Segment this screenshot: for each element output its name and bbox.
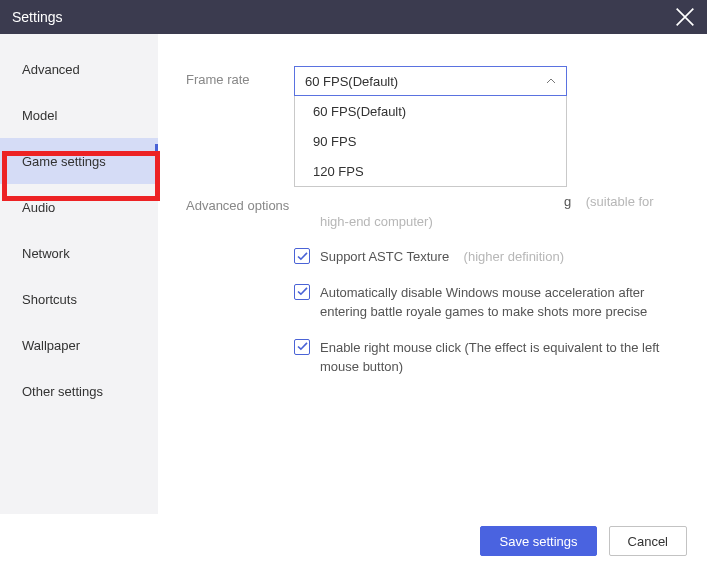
advanced-option-mouse-accel: Automatically disable Windows mouse acce… (294, 283, 679, 322)
sidebar-item-network[interactable]: Network (0, 230, 158, 276)
advanced-option-astc: Support ASTC Texture (higher definition) (294, 247, 679, 267)
sidebar-item-label: Model (22, 108, 57, 123)
checkbox-astc[interactable] (294, 248, 310, 264)
sidebar-item-shortcuts[interactable]: Shortcuts (0, 276, 158, 322)
option-text: Enable right mouse click (The effect is … (320, 340, 659, 375)
frame-rate-dropdown-list: 60 FPS(Default) 90 FPS 120 FPS (294, 96, 567, 187)
frame-rate-option-120[interactable]: 120 FPS (295, 156, 566, 186)
sidebar-item-game-settings[interactable]: Game settings (0, 138, 158, 184)
sidebar-item-label: Audio (22, 200, 55, 215)
cancel-button[interactable]: Cancel (609, 526, 687, 556)
close-icon[interactable] (675, 7, 695, 27)
sidebar-item-label: Other settings (22, 384, 103, 399)
option-label: 60 FPS(Default) (313, 104, 406, 119)
frame-rate-option-60[interactable]: 60 FPS(Default) (295, 96, 566, 126)
frame-rate-selected-value: 60 FPS(Default) (305, 74, 398, 89)
settings-panel: Frame rate 60 FPS(Default) 60 FPS(Defaul… (158, 34, 707, 514)
option-text-fragment: g (564, 194, 571, 209)
frame-rate-dropdown[interactable]: 60 FPS(Default) (294, 66, 567, 96)
window-title: Settings (12, 9, 63, 25)
advanced-options-row: Advanced options g (suitable for high-en… (186, 192, 679, 393)
advanced-option-right-click: Enable right mouse click (The effect is … (294, 338, 679, 377)
save-button-label: Save settings (499, 534, 577, 549)
option-label: 120 FPS (313, 164, 364, 179)
footer: Save settings Cancel (0, 514, 707, 568)
sidebar-item-label: Wallpaper (22, 338, 80, 353)
frame-rate-label: Frame rate (186, 66, 294, 96)
checkbox-mouse-accel[interactable] (294, 284, 310, 300)
save-button[interactable]: Save settings (480, 526, 596, 556)
sidebar: Advanced Model Game settings Audio Netwo… (0, 34, 158, 514)
option-text: Support ASTC Texture (320, 249, 449, 264)
option-hint: (higher definition) (464, 249, 564, 264)
option-hint: (suitable for high-end computer) (320, 194, 654, 229)
frame-rate-row: Frame rate 60 FPS(Default) 60 FPS(Defaul… (186, 66, 679, 96)
frame-rate-option-90[interactable]: 90 FPS (295, 126, 566, 156)
option-text: Automatically disable Windows mouse acce… (320, 285, 647, 320)
sidebar-item-other-settings[interactable]: Other settings (0, 368, 158, 414)
sidebar-item-wallpaper[interactable]: Wallpaper (0, 322, 158, 368)
sidebar-item-audio[interactable]: Audio (0, 184, 158, 230)
sidebar-item-model[interactable]: Model (0, 92, 158, 138)
checkbox-right-click[interactable] (294, 339, 310, 355)
sidebar-item-label: Game settings (22, 154, 106, 169)
sidebar-item-label: Network (22, 246, 70, 261)
sidebar-item-label: Advanced (22, 62, 80, 77)
sidebar-item-label: Shortcuts (22, 292, 77, 307)
option-label: 90 FPS (313, 134, 356, 149)
sidebar-item-advanced[interactable]: Advanced (0, 46, 158, 92)
advanced-option-highend: g (suitable for high-end computer) (294, 192, 679, 231)
cancel-button-label: Cancel (628, 534, 668, 549)
chevron-up-icon (546, 78, 556, 84)
window-titlebar: Settings (0, 0, 707, 34)
advanced-options-label: Advanced options (186, 192, 294, 393)
